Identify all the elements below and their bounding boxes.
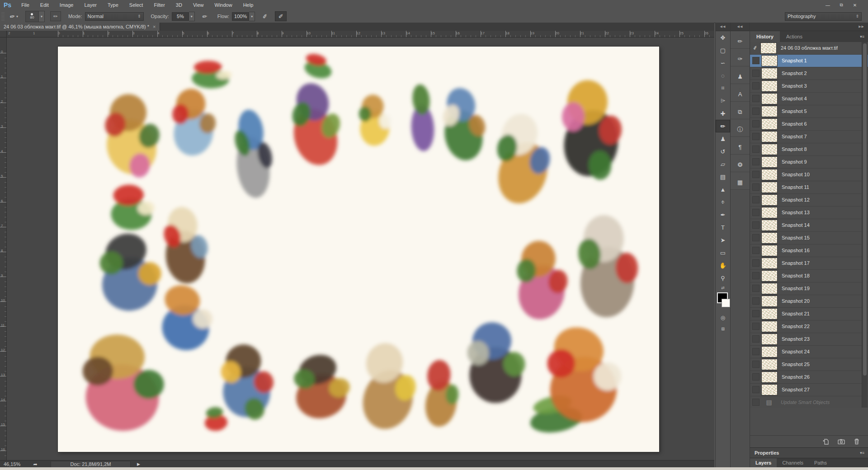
flow-arrow[interactable]: ▾ [249, 12, 255, 21]
expand-dock-button[interactable]: ▶▶ [750, 23, 868, 31]
tab-layers[interactable]: Layers [750, 458, 777, 467]
workspace-switcher[interactable]: Photography ⇕ [785, 12, 862, 21]
tool-preset-picker[interactable]: ✏ ▾ [7, 11, 21, 21]
history-row[interactable]: ✐ ▤ Update Smart Objects [750, 396, 868, 408]
history-source-well[interactable]: ✐ [752, 247, 760, 254]
history-source-well[interactable]: ✐ [752, 234, 760, 241]
history-row[interactable]: ✐ ▤ Snapshot 17 [750, 257, 868, 270]
history-row[interactable]: ✐ ▤ Snapshot 24 [750, 346, 868, 358]
history-row[interactable]: ✐ ▤ Snapshot 12 [750, 194, 868, 207]
history-row[interactable]: ✐ ▤ Snapshot 26 [750, 371, 868, 384]
history-row[interactable]: ✐ ▤ Snapshot 10 [750, 169, 868, 181]
history-row[interactable]: ✐ ▤ Snapshot 20 [750, 295, 868, 308]
history-source-well[interactable]: ✐ [752, 158, 760, 165]
close-icon[interactable]: × [153, 24, 156, 29]
history-source-well[interactable]: ✐ [752, 171, 760, 178]
collapse-tools-button[interactable]: ◀◀ [716, 23, 730, 31]
layer-comps-panel-icon[interactable]: ⋯ ⧉ [731, 102, 750, 119]
menu-item[interactable]: Help [238, 0, 259, 10]
histogram-panel-icon[interactable]: ⋯ ▦ [731, 172, 750, 190]
path-selection-tool[interactable]: ➤ [716, 234, 730, 246]
history-source-well[interactable]: ✐ [752, 70, 760, 77]
tab-paths[interactable]: Paths [809, 458, 832, 467]
hand-tool[interactable]: ✋ [716, 259, 730, 272]
history-source-well[interactable]: ✐ [752, 183, 760, 191]
pressure-size-icon[interactable]: ✐ [275, 11, 287, 21]
history-source-well[interactable]: ✐ [752, 386, 760, 393]
brush-panel-icon[interactable]: ⋯ ✏ [731, 31, 750, 49]
character-panel-icon[interactable]: ⋯ A [731, 84, 750, 102]
history-row[interactable]: ✐ ▤ Snapshot 7 [750, 131, 868, 143]
history-row[interactable]: ✐ ▤ Snapshot 18 [750, 270, 868, 282]
panel-menu-icon[interactable]: ▾≡ [860, 31, 868, 42]
document-tab[interactable]: 24 06 03 обложка макт.tif @ 46,1% (мышка… [0, 23, 160, 31]
clone-source-panel-icon[interactable]: ⋯ ♟ [731, 66, 750, 84]
close-button[interactable]: ✕ [848, 1, 862, 9]
history-row[interactable]: ✐ ▤ Snapshot 16 [750, 244, 868, 257]
history-source-well[interactable]: ✐ [752, 82, 760, 89]
blend-mode-select[interactable]: Normal ⇕ [85, 12, 144, 21]
history-source-well[interactable]: ✐ [752, 146, 760, 153]
export-icon[interactable]: ➦ [30, 461, 41, 467]
history-row[interactable]: ✐ ▤ Snapshot 11 [750, 181, 868, 194]
history-row[interactable]: ✐ ▤ Snapshot 19 [750, 282, 868, 295]
menu-item[interactable]: Type [102, 0, 124, 10]
history-source-well[interactable]: ✐ [752, 95, 760, 102]
history-source-well[interactable]: ✐ [752, 272, 760, 279]
healing-brush-tool[interactable]: ✚ [716, 107, 730, 120]
flow-input[interactable]: 100% [232, 12, 249, 21]
tab-actions[interactable]: Actions [780, 31, 809, 42]
illustration-canvas[interactable] [58, 47, 659, 452]
zoom-tool[interactable]: ⚲ [716, 272, 730, 284]
restore-button[interactable]: ⧉ [835, 1, 848, 9]
history-source-well[interactable]: ✐ [752, 348, 760, 355]
screen-mode-button[interactable]: ⧈ [716, 323, 730, 334]
tab-history[interactable]: History [750, 31, 780, 42]
swap-colors-button[interactable]: ⇄ [716, 284, 730, 291]
history-row[interactable]: ✐ ▤ Snapshot 2 [750, 67, 868, 80]
history-row[interactable]: ✐ ▤ 24 06 03 обложка макт.tif [750, 42, 868, 55]
tab-channels[interactable]: Channels [777, 458, 808, 467]
minimize-button[interactable]: — [821, 1, 835, 9]
paragraph-panel-icon[interactable]: ⋯ ¶ [731, 137, 750, 155]
history-row[interactable]: ✐ ▤ Snapshot 5 [750, 105, 868, 118]
history-row[interactable]: ✐ ▤ Snapshot 27 [750, 384, 868, 396]
background-color-swatch[interactable] [722, 299, 730, 307]
history-source-well[interactable]: ✐ [752, 297, 760, 305]
brush-preset-picker[interactable]: 80 [25, 11, 39, 22]
history-row[interactable]: ✐ ▤ Snapshot 9 [750, 156, 868, 169]
history-row[interactable]: ✐ ▤ Snapshot 22 [750, 320, 868, 333]
marquee-tool[interactable]: ▢ [716, 44, 730, 56]
menu-item[interactable]: Filter [148, 0, 170, 10]
gradient-tool[interactable]: ▤ [716, 170, 730, 183]
history-source-well[interactable]: ✐ [752, 120, 760, 127]
status-menu-arrow-icon[interactable]: ▶ [137, 462, 140, 466]
brush-presets-panel-icon[interactable]: ⋯ ✑ [731, 49, 750, 66]
history-source-well[interactable]: ✐ [752, 259, 760, 267]
delete-state-button[interactable] [853, 438, 861, 445]
history-scrollbar[interactable] [862, 42, 868, 408]
crop-tool[interactable]: ⌗ [716, 82, 730, 94]
move-tool[interactable]: ✥ [716, 31, 730, 44]
type-tool[interactable]: T [716, 221, 730, 234]
history-source-well[interactable]: ✐ [752, 209, 760, 216]
properties-panel-header[interactable]: Properties ▾≡ [750, 447, 868, 458]
history-source-well[interactable]: ✐ [752, 45, 759, 51]
history-brush-tool[interactable]: ↺ [716, 145, 730, 158]
menu-item[interactable]: File [16, 0, 35, 10]
history-row[interactable]: ✐ ▤ Snapshot 14 [750, 219, 868, 232]
opacity-arrow[interactable]: ▾ [189, 12, 195, 21]
history-row[interactable]: ✐ ▤ Snapshot 8 [750, 143, 868, 156]
new-snapshot-button[interactable] [837, 438, 845, 445]
ruler-left[interactable]: 012345678910111213141516 [0, 37, 7, 460]
history-row[interactable]: ✐ ▤ Snapshot 6 [750, 118, 868, 131]
history-source-well[interactable]: ✐ [752, 196, 760, 203]
menu-item[interactable]: Select [124, 0, 149, 10]
lasso-tool[interactable]: ∽ [716, 56, 730, 69]
history-source-well[interactable]: ✐ [752, 221, 760, 229]
dodge-tool[interactable]: ⌽ [716, 196, 730, 208]
history-source-well[interactable]: ✐ [752, 285, 760, 292]
pressure-opacity-icon[interactable]: ✏ [199, 11, 211, 21]
quick-selection-tool[interactable]: ◌ [716, 69, 730, 82]
history-source-well[interactable]: ✐ [752, 133, 760, 140]
